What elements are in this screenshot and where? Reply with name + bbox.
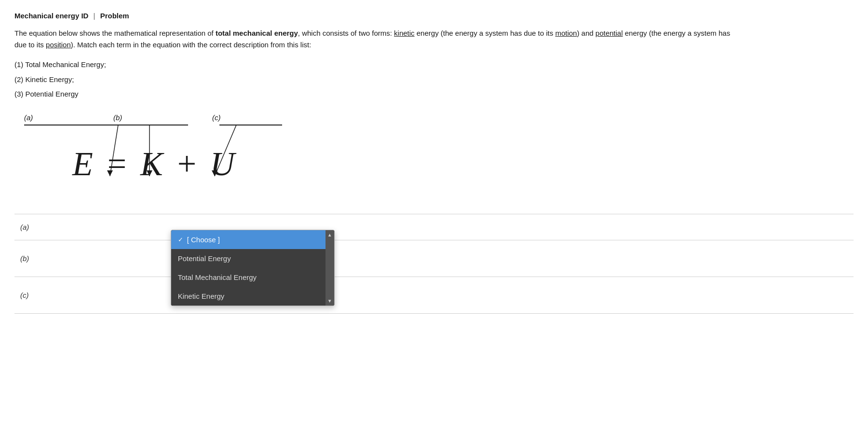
intro-text-6: ). Match each term in the equation with … <box>71 41 312 49</box>
intro-text-2: , which consists of two forms: <box>298 29 394 37</box>
checkmark-icon: ✓ <box>178 236 183 243</box>
row-label-c: (c) <box>14 277 165 313</box>
dropdown-option-total[interactable]: Total Mechanical Energy <box>171 268 326 287</box>
list-item-2: (2) Kinetic Energy; <box>14 74 854 85</box>
dropdown-option-kinetic[interactable]: Kinetic Energy <box>171 287 326 306</box>
dropdown-scrollbar[interactable]: ▲ ▼ <box>326 230 334 306</box>
equation-diagram: (a) (b) (c) E = K + U <box>24 113 294 200</box>
page-title: Mechanical energy ID | Problem <box>14 12 854 20</box>
list-item-1: (1) Total Mechanical Energy; <box>14 59 854 70</box>
position-link: position <box>46 41 71 49</box>
title-text: Mechanical energy ID <box>14 12 88 20</box>
intro-bold: total mechanical energy <box>216 29 298 37</box>
option-potential-label: Potential Energy <box>178 254 231 263</box>
intro-text-4: ) and <box>577 29 595 37</box>
title-separator: | <box>94 12 95 20</box>
table-row: (a) ✓ [ Choose ] <box>14 214 854 240</box>
option-total-label: Total Mechanical Energy <box>178 273 257 281</box>
list-item-3: (3) Potential Energy <box>14 89 854 100</box>
intro-text-1: The equation below shows the mathematica… <box>14 29 216 37</box>
motion-link: motion <box>555 29 577 37</box>
match-table: (a) ✓ [ Choose ] <box>14 214 854 314</box>
dropdown-popup-a[interactable]: ✓ [ Choose ] Potential Energy Total Mech… <box>171 230 335 306</box>
intro-paragraph: The equation below shows the mathematica… <box>14 28 738 51</box>
dropdown-popup-list: ✓ [ Choose ] Potential Energy Total Mech… <box>171 230 326 306</box>
subtitle-text: Problem <box>100 12 129 20</box>
row-label-b: (b) <box>14 240 165 277</box>
scroll-up-arrow[interactable]: ▲ <box>327 232 332 237</box>
potential-link: potential <box>596 29 623 37</box>
kinetic-link: kinetic <box>394 29 415 37</box>
option-choose-label: [ Choose ] <box>187 236 220 244</box>
scroll-down-arrow[interactable]: ▼ <box>327 298 332 304</box>
row-dropdown-a[interactable]: ✓ [ Choose ] Potential Energy Total Mech… <box>165 214 854 240</box>
equation-math: E = K + U <box>72 145 236 183</box>
intro-text-3: energy (the energy a system has due to i… <box>415 29 556 37</box>
table-row: (c) [ Choose ] Potential Energy Total Me… <box>14 277 854 313</box>
dropdown-option-choose[interactable]: ✓ [ Choose ] <box>171 230 326 249</box>
option-kinetic-label: Kinetic Energy <box>178 292 225 300</box>
dropdown-option-potential[interactable]: Potential Energy <box>171 249 326 268</box>
table-row: (b) [ Choose ] Potential Energy Total Me… <box>14 240 854 277</box>
row-label-a: (a) <box>14 214 165 240</box>
